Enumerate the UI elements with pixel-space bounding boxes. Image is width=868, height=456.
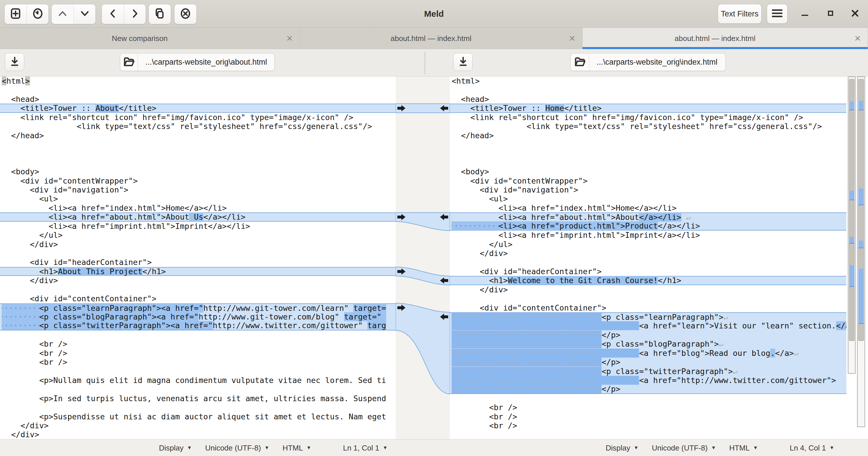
menu-button[interactable] bbox=[767, 4, 787, 24]
code-line[interactable]: <p>Suspendisse ut nisi ac diam auctor al… bbox=[0, 412, 396, 421]
code-line[interactable]: </head> bbox=[450, 131, 846, 140]
previous-change-button[interactable] bbox=[52, 4, 73, 24]
code-line[interactable]: <p class="twitterParagraph">↵ bbox=[450, 367, 846, 376]
code-line[interactable]: <p>In sed turpis luctus, venenatis arcu … bbox=[0, 394, 396, 403]
code-line[interactable] bbox=[450, 158, 846, 167]
code-line[interactable]: <link type="text/css" rel="stylesheet" h… bbox=[0, 122, 396, 131]
code-line[interactable]: <p class="learnParagraph"><a href="http:… bbox=[0, 303, 396, 312]
code-line[interactable]: <br /> bbox=[450, 412, 846, 421]
code-line[interactable]: <link type="text/css" rel="stylesheet" h… bbox=[450, 122, 846, 131]
code-line[interactable]: <li><a href="index.html">Home</a></li> bbox=[0, 203, 396, 212]
code-line[interactable] bbox=[0, 367, 396, 376]
new-comparison-button[interactable] bbox=[5, 4, 27, 24]
code-line[interactable]: <div id="contentWrapper"> bbox=[0, 176, 396, 185]
code-line[interactable]: </p> bbox=[450, 331, 846, 339]
syntax-menu[interactable]: HTML▼ bbox=[729, 444, 758, 453]
tab-comparison-2-active[interactable]: about.html — index.html ✕ bbox=[583, 28, 868, 49]
cursor-position-menu[interactable]: Ln 4, Col 1▼ bbox=[789, 444, 834, 453]
save-right-button[interactable] bbox=[453, 53, 473, 71]
code-line[interactable] bbox=[0, 285, 396, 294]
tab-close-icon[interactable]: ✕ bbox=[279, 34, 300, 43]
code-line[interactable]: <div id="navigation"> bbox=[0, 185, 396, 194]
code-line[interactable] bbox=[0, 331, 396, 339]
code-line[interactable]: <div id="contentWrapper"> bbox=[450, 176, 846, 185]
code-line[interactable]: </ul> bbox=[450, 240, 846, 249]
code-line[interactable] bbox=[0, 385, 396, 394]
code-line[interactable]: <br /> bbox=[450, 403, 846, 412]
code-line[interactable]: <p class="blogParagraph"><a href="http:/… bbox=[0, 312, 396, 321]
code-line[interactable] bbox=[450, 149, 846, 158]
code-line[interactable]: <div id="navigation"> bbox=[450, 185, 846, 194]
code-line[interactable]: <br /> bbox=[0, 339, 396, 348]
code-line[interactable]: <head> bbox=[450, 95, 846, 104]
code-line[interactable]: <div id="headerContainer"> bbox=[0, 258, 396, 267]
code-line[interactable]: </p> bbox=[450, 385, 846, 394]
left-editor[interactable]: <html> <head> <title>Tower :: About</tit… bbox=[0, 77, 396, 439]
code-line[interactable]: <li><a href="about.html">About</a></li> … bbox=[450, 212, 846, 221]
code-line[interactable] bbox=[450, 394, 846, 403]
code-line[interactable]: <br /> bbox=[0, 358, 396, 367]
code-line[interactable]: <ul> bbox=[450, 194, 846, 203]
code-line[interactable] bbox=[450, 294, 846, 303]
code-line[interactable]: <li><a href="imprint.html">Imprint</a></… bbox=[0, 222, 396, 231]
close-window-button[interactable] bbox=[845, 0, 865, 28]
code-line[interactable]: <br /> bbox=[450, 421, 846, 430]
code-line[interactable]: <title>Tower :: About</title> bbox=[0, 104, 396, 113]
text-filters-button[interactable]: Text Filters bbox=[718, 4, 762, 24]
code-line[interactable] bbox=[450, 85, 846, 94]
code-line[interactable]: <p>Nullam quis elit id magna condimentum… bbox=[0, 376, 396, 385]
code-line[interactable] bbox=[450, 258, 846, 267]
code-line[interactable]: <h1>Welcome to the Git Crash Course!</h1… bbox=[450, 276, 846, 285]
display-menu[interactable]: Display▼ bbox=[159, 444, 192, 453]
code-line[interactable]: <body> bbox=[0, 167, 396, 176]
minimize-button[interactable] bbox=[795, 0, 815, 28]
code-line[interactable] bbox=[0, 85, 396, 94]
code-line[interactable]: <body> bbox=[450, 167, 846, 176]
code-line[interactable] bbox=[450, 140, 846, 149]
push-right-button[interactable] bbox=[124, 4, 146, 24]
code-line[interactable]: <ul> bbox=[0, 194, 396, 203]
code-line[interactable]: <div id="contentContainer"> bbox=[450, 303, 846, 312]
code-line[interactable]: <li><a href="imprint.html">Imprint</a></… bbox=[450, 231, 846, 239]
code-line[interactable]: <head> bbox=[0, 95, 396, 104]
overview-scrollbar-right[interactable] bbox=[857, 77, 865, 427]
code-line[interactable]: <div id="headerContainer"> bbox=[450, 267, 846, 276]
restore-button[interactable] bbox=[820, 0, 841, 28]
tab-new-comparison[interactable]: New comparison ✕ bbox=[0, 28, 300, 49]
code-line[interactable]: <p class="blogParagraph">↵ bbox=[450, 339, 846, 348]
code-line[interactable]: </div> bbox=[450, 249, 846, 258]
code-line[interactable]: <p class="twitterParagraph"><a href="htt… bbox=[0, 321, 396, 330]
code-line[interactable]: <html> bbox=[450, 77, 846, 85]
left-file-button[interactable]: ...\carparts-website_orig\about.html bbox=[120, 53, 275, 71]
code-line[interactable]: <div id="contentContainer"> bbox=[0, 294, 396, 303]
code-line[interactable]: <html> bbox=[0, 77, 396, 85]
code-line[interactable] bbox=[0, 249, 396, 258]
cursor-position-menu[interactable]: Ln 1, Col 1▼ bbox=[343, 444, 388, 453]
version-history-button[interactable] bbox=[27, 4, 49, 24]
code-line[interactable]: <a href="learn">Visit our "learn" sectio… bbox=[450, 321, 846, 330]
code-line[interactable]: <p class="learnParagraph">↵ bbox=[450, 312, 846, 321]
code-line[interactable]: <br /> bbox=[0, 349, 396, 358]
code-line[interactable]: <li><a href="about.html">About Us</a></l… bbox=[0, 212, 396, 221]
overview-scrollbar-left[interactable] bbox=[848, 77, 856, 374]
code-line[interactable]: </head> bbox=[0, 131, 396, 140]
tab-close-icon[interactable]: ✕ bbox=[847, 34, 868, 43]
push-left-button[interactable] bbox=[102, 4, 124, 24]
right-editor[interactable]: <html> <head> <title>Tower :: Home</titl… bbox=[450, 77, 846, 439]
code-line[interactable] bbox=[0, 403, 396, 412]
code-line[interactable]: </p> bbox=[450, 358, 846, 367]
code-line[interactable] bbox=[0, 149, 396, 158]
code-line[interactable]: </ul> bbox=[0, 231, 396, 239]
code-line[interactable] bbox=[0, 140, 396, 149]
copy-button[interactable] bbox=[149, 4, 171, 24]
code-line[interactable]: <h1>About This Project</h1> bbox=[0, 267, 396, 276]
tab-comparison-1[interactable]: about.html — index.html ✕ bbox=[300, 28, 583, 49]
code-line[interactable]: </div> bbox=[0, 421, 396, 430]
code-line[interactable]: <link rel="shortcut icon" href="img/favi… bbox=[450, 113, 846, 122]
code-line[interactable]: <title>Tower :: Home</title> bbox=[450, 104, 846, 113]
code-line[interactable]: <li><a href="product.html">Product</a></… bbox=[450, 222, 846, 231]
code-line[interactable]: <link rel="shortcut icon" href="img/favi… bbox=[0, 113, 396, 122]
code-line[interactable]: </div> bbox=[450, 285, 846, 294]
encoding-menu[interactable]: Unicode (UTF-8)▼ bbox=[205, 444, 269, 453]
code-line[interactable]: <a href="blog">Read our blog.</a>↵ bbox=[450, 349, 846, 358]
